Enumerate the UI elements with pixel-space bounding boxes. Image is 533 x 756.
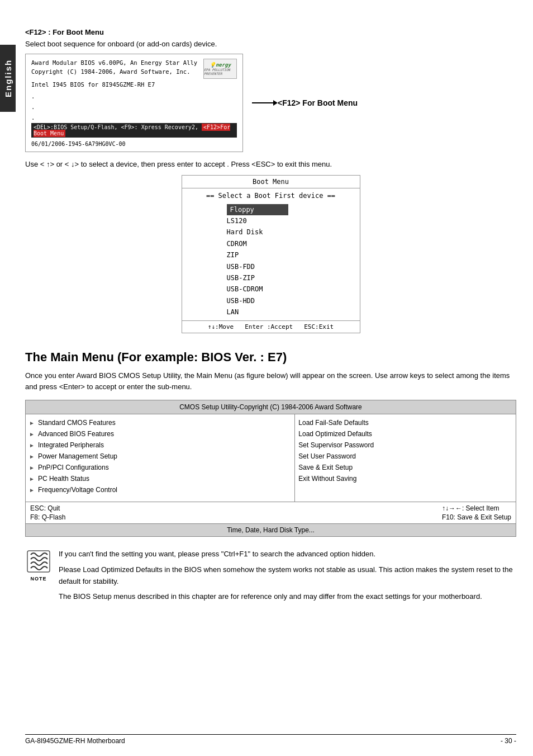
cmos-item-health[interactable]: ► PC Health Status [29, 475, 291, 483]
note-text-block: If you can't find the setting you want, … [59, 548, 516, 606]
boot-menu-item-harddisk[interactable]: Hard Disk [227, 226, 360, 238]
side-tab-label: English [3, 59, 13, 97]
cmos-item-pnp[interactable]: ► PnP/PCI Configurations [29, 464, 291, 471]
bios-dot2: . [31, 102, 237, 112]
use-line: Use < ↑> or < ↓> to select a device, the… [25, 160, 516, 168]
cmos-arrow-standard: ► [29, 420, 35, 426]
footer-right: - 30 - [501, 737, 516, 745]
cmos-f10-save: F10: Save & Exit Setup [442, 513, 511, 521]
energy-text: 💡nergy [210, 62, 231, 68]
cmos-item-user-pw[interactable]: Set User Password [298, 452, 512, 460]
cmos-label-freq: Frequency/Voltage Control [38, 486, 117, 494]
cmos-right-column: Load Fail-Safe Defaults Load Optimized D… [295, 414, 516, 502]
note-para-1: If you can't find the setting you want, … [59, 548, 516, 560]
f12-title: <F12> : For Boot Menu [25, 28, 516, 36]
cmos-status-row: Time, Date, Hard Disk Type... [26, 524, 516, 536]
cmos-arrow-freq: ► [29, 487, 35, 493]
boot-menu-move: ↑↓:Move [208, 323, 234, 330]
cmos-item-standard[interactable]: ► Standard CMOS Features [29, 419, 291, 427]
cmos-esc-quit: ESC: Quit [30, 504, 65, 512]
bios-header-text: Award Modular BIOS v6.00PG, An Energy St… [31, 59, 197, 77]
boot-menu-item-usbhdd[interactable]: USB-HDD [227, 295, 360, 306]
boot-menu-item-lan[interactable]: LAN [227, 306, 360, 318]
cmos-item-freq[interactable]: ► Frequency/Voltage Control [29, 486, 291, 494]
side-tab: English [0, 45, 16, 112]
cmos-label-failsafe: Load Fail-Safe Defaults [298, 419, 368, 427]
cmos-label-supervisor: Set Supervisor Password [298, 441, 374, 449]
note-section: NOTE If you can't find the setting you w… [25, 548, 516, 606]
cmos-arrow-pnp: ► [29, 465, 35, 471]
cmos-body: ► Standard CMOS Features ► Advanced BIOS… [26, 414, 516, 502]
cmos-label-integrated: Integrated Peripherals [38, 441, 104, 449]
bios-line1: Award Modular BIOS v6.00PG, An Energy St… [31, 59, 197, 68]
bios-screen-wrapper: Award Modular BIOS v6.00PG, An Energy St… [25, 54, 516, 152]
boot-menu-select-line: == Select a Boot First device == [182, 188, 360, 202]
cmos-arrow-advanced: ► [29, 431, 35, 437]
boot-menu-exit: ESC:Exit [304, 323, 334, 330]
cmos-label-health: PC Health Status [38, 475, 89, 483]
cmos-item-failsafe[interactable]: Load Fail-Safe Defaults [298, 419, 512, 427]
bios-dot3: . [31, 112, 237, 123]
cmos-title: CMOS Setup Utility-Copyright (C) 1984-20… [26, 400, 516, 414]
footer-left: GA-8I945GZME-RH Motherboard [25, 737, 125, 745]
cmos-label-standard: Standard CMOS Features [38, 419, 116, 427]
cmos-arrow-integrated: ► [29, 442, 35, 448]
cmos-label-exit-nosave: Exit Without Saving [298, 475, 356, 483]
cmos-label-power: Power Management Setup [38, 452, 117, 460]
page-footer: GA-8I945GZME-RH Motherboard - 30 - [25, 734, 516, 745]
bios-del-line: <DEL>:BIOS Setup/Q-Flash, <F9>: Xpress R… [31, 123, 237, 138]
cmos-arrow-health: ► [29, 476, 35, 482]
cmos-select-item: ↑↓→←: Select Item [442, 504, 511, 512]
boot-menu-item-cdrom[interactable]: CDROM [227, 238, 360, 249]
cmos-label-save-exit: Save & Exit Setup [298, 464, 353, 471]
boot-menu-accept: Enter :Accept [245, 323, 293, 330]
bios-line2: Copyright (C) 1984-2006, Award Software,… [31, 68, 197, 77]
f12-for-boot-label: <F12> For Boot Menu [278, 98, 358, 107]
boot-menu-title: Boot Menu [182, 176, 360, 188]
cmos-item-optimized[interactable]: Load Optimized Defaults [298, 430, 512, 438]
note-para-3: The BIOS Setup menus described in this c… [59, 590, 516, 602]
note-icon-wrapper: NOTE [25, 548, 52, 582]
cmos-item-supervisor[interactable]: Set Supervisor Password [298, 441, 512, 449]
cmos-item-integrated[interactable]: ► Integrated Peripherals [29, 441, 291, 449]
f12-description: Select boot sequence for onboard (or add… [25, 40, 516, 48]
note-icon-svg [25, 548, 52, 575]
cmos-footer-right: ↑↓→←: Select Item F10: Save & Exit Setup [442, 504, 511, 521]
cmos-item-advanced[interactable]: ► Advanced BIOS Features [29, 430, 291, 438]
arrow-right-icon [252, 102, 274, 103]
boot-menu-item-floppy[interactable]: Floppy [227, 204, 288, 215]
cmos-label-optimized: Load Optimized Defaults [298, 430, 372, 438]
epa-text: EPA POLLUTION PREVENTER [204, 68, 236, 75]
main-menu-heading: The Main Menu (For example: BIOS Ver. : … [25, 350, 516, 365]
boot-menu-box: Boot Menu == Select a Boot First device … [182, 175, 360, 333]
f12-arrow-line: <F12> For Boot Menu [252, 98, 358, 107]
cmos-f8-qflash: F8: Q-Flash [30, 513, 65, 521]
note-label: NOTE [25, 576, 52, 582]
cmos-item-power[interactable]: ► Power Management Setup [29, 452, 291, 460]
bios-screen: Award Modular BIOS v6.00PG, An Energy St… [25, 54, 243, 152]
cmos-footer-left: ESC: Quit F8: Q-Flash [30, 504, 65, 521]
bios-screen-header: Award Modular BIOS v6.00PG, An Energy St… [31, 59, 237, 79]
boot-menu-footer: ↑↓:Move Enter :Accept ESC:Exit [182, 320, 360, 333]
cmos-item-save-exit[interactable]: Save & Exit Setup [298, 464, 512, 471]
boot-menu-item-usbzip[interactable]: USB-ZIP [227, 272, 360, 284]
boot-menu-item-ls120[interactable]: LS120 [227, 215, 360, 226]
cmos-setup-table: CMOS Setup Utility-Copyright (C) 1984-20… [25, 400, 516, 537]
cmos-label-pnp: PnP/PCI Configurations [38, 464, 109, 471]
bios-dots: . . . [31, 91, 237, 123]
boot-menu-item-usbfdd[interactable]: USB-FDD [227, 261, 360, 272]
boot-menu-items: Floppy LS120 Hard Disk CDROM ZIP USB-FDD… [182, 202, 360, 320]
boot-menu-item-usbcdrom[interactable]: USB-CDROM [227, 284, 360, 295]
cmos-label-user-pw: Set User Password [298, 452, 356, 460]
bios-bottom-line: 06/01/2006-I945-6A79HG0VC-00 [31, 141, 237, 147]
main-menu-description: Once you enter Award BIOS CMOS Setup Uti… [25, 370, 516, 394]
cmos-item-exit-nosave[interactable]: Exit Without Saving [298, 475, 512, 483]
note-icon [25, 548, 52, 575]
cmos-label-advanced: Advanced BIOS Features [38, 430, 114, 438]
cmos-left-column: ► Standard CMOS Features ► Advanced BIOS… [26, 414, 295, 502]
cmos-arrow-power: ► [29, 453, 35, 460]
boot-menu-item-zip[interactable]: ZIP [227, 249, 360, 261]
bios-dot1: . [31, 91, 237, 102]
note-para-2: Please Load Optimized Defaults in the BI… [59, 564, 516, 588]
energy-logo: 💡nergy EPA POLLUTION PREVENTER [203, 59, 237, 79]
